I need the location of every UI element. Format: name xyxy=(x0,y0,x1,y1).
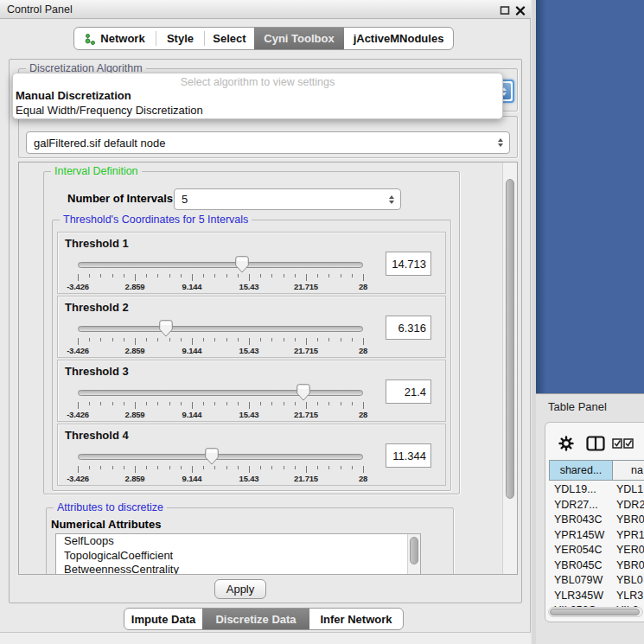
table-cell-name[interactable]: YBL0 xyxy=(616,574,643,586)
table-container: shared... na YDL19...YDL1YDR27...YDR2YBR… xyxy=(545,422,644,622)
slider-tick xyxy=(226,274,227,277)
slider-tick-label: 2.859 xyxy=(113,474,156,483)
column-header-shared-name[interactable]: shared... xyxy=(549,460,613,481)
slider-tick-label: -3.426 xyxy=(56,282,99,291)
table-cell-shared-name[interactable]: YDL19... xyxy=(554,483,596,495)
threshold-value-field[interactable] xyxy=(386,316,431,340)
number-of-intervals-value: 5 xyxy=(182,193,188,206)
slider-tick-label: 21.715 xyxy=(284,474,328,483)
gear-icon[interactable] xyxy=(558,436,574,451)
slider-tick-label: 21.715 xyxy=(284,410,328,419)
threshold-slider[interactable]: -3.4262.8599.14415.4321.71528 xyxy=(78,449,363,483)
table-cell-name[interactable]: YDR2 xyxy=(616,499,644,511)
number-of-intervals-combobox[interactable]: 5 xyxy=(174,188,401,210)
tab-jactivemnodules[interactable]: jActiveMNodules xyxy=(344,28,453,49)
table-cell-name[interactable]: YBR0 xyxy=(616,513,644,526)
slider-handle[interactable] xyxy=(296,384,310,401)
table-hscrollbar[interactable] xyxy=(548,607,643,617)
tab-impute-data[interactable]: Impute Data xyxy=(124,609,202,629)
slider-tick xyxy=(78,274,79,281)
table-hscrollbar-thumb[interactable] xyxy=(550,609,640,615)
numerical-attributes-list[interactable]: SelfLoopsTopologicalCoefficientBetweenne… xyxy=(55,533,421,575)
slider-tick xyxy=(363,402,364,409)
table-cell-name[interactable]: YLR3 xyxy=(616,590,643,602)
slider-track[interactable] xyxy=(78,326,363,332)
slider-tick xyxy=(100,402,101,405)
apply-button[interactable]: Apply xyxy=(214,579,266,599)
slider-tick xyxy=(260,274,261,277)
slider-tick xyxy=(192,338,193,345)
slider-tick xyxy=(100,274,101,277)
slider-track[interactable] xyxy=(78,390,363,396)
threshold-value-field[interactable] xyxy=(386,379,431,404)
spinner-arrows-icon[interactable] xyxy=(389,195,394,204)
tab-select[interactable]: Select xyxy=(205,28,254,49)
table-cell-name[interactable]: YPR1 xyxy=(616,529,644,541)
table-cell-shared-name[interactable]: YDR27... xyxy=(554,499,598,511)
slider-handle[interactable] xyxy=(205,448,219,465)
threshold-value-field[interactable] xyxy=(386,252,431,276)
table-cell-shared-name[interactable]: YLR345W xyxy=(554,590,603,602)
list-scrollbar-thumb[interactable] xyxy=(410,537,418,564)
popup-hint: Select algorithm to view settings xyxy=(13,73,502,88)
close-icon[interactable] xyxy=(515,5,526,16)
slider-tick xyxy=(363,274,364,281)
float-window-icon[interactable] xyxy=(500,5,510,16)
slider-tick xyxy=(284,466,284,469)
list-scrollbar[interactable] xyxy=(407,534,420,575)
table-cell-shared-name[interactable]: YPR145W xyxy=(554,529,604,541)
table-data-combobox[interactable]: galFiltered.sif default node xyxy=(26,131,510,154)
number-of-intervals-label: Number of Intervals xyxy=(67,192,173,205)
table-cell-shared-name[interactable]: YBR045C xyxy=(554,559,603,571)
slider-tick xyxy=(157,274,158,277)
slider-handle[interactable] xyxy=(159,320,173,337)
tab-infer-network[interactable]: Infer Network xyxy=(309,609,403,629)
threshold-slider[interactable]: -3.4262.8599.14415.4321.71528 xyxy=(78,257,363,291)
slider-tick-label: -3.426 xyxy=(56,410,99,419)
settings-scrollbar-thumb[interactable] xyxy=(506,179,514,499)
slider-tick xyxy=(124,466,124,469)
tab-network-label: Network xyxy=(100,32,144,45)
slider-tick xyxy=(363,466,364,473)
slider-tick xyxy=(271,338,272,341)
slider-tick xyxy=(284,274,284,277)
settings-scrollbar[interactable] xyxy=(502,163,517,574)
slider-handle[interactable] xyxy=(235,256,249,273)
tab-network[interactable]: Network xyxy=(74,28,156,49)
slider-tick xyxy=(328,402,329,405)
slider-tick-label: 28 xyxy=(341,410,385,419)
popup-option-manual[interactable]: Manual Discretization xyxy=(13,88,502,103)
column-header-name[interactable]: na xyxy=(612,460,644,481)
attribute-list-item[interactable]: BetweennessCentrality xyxy=(56,563,420,575)
table-cell-shared-name[interactable]: YBR043C xyxy=(554,513,603,526)
threshold-value-field[interactable] xyxy=(386,443,431,468)
slider-tick xyxy=(203,338,204,341)
table-cell-name[interactable]: YER0 xyxy=(616,544,644,556)
table-cell-name[interactable]: YDL1 xyxy=(616,483,643,495)
threshold-panel: Threshold 1-3.4262.8599.14415.4321.71528 xyxy=(57,232,446,294)
slider-track[interactable] xyxy=(78,262,363,268)
threshold-slider[interactable]: -3.4262.8599.14415.4321.71528 xyxy=(78,321,363,355)
threshold-slider[interactable]: -3.4262.8599.14415.4321.71528 xyxy=(78,385,363,419)
table-cell-name[interactable]: YBR0 xyxy=(616,559,644,571)
slider-tick xyxy=(352,402,353,405)
slider-tick xyxy=(181,402,182,405)
split-columns-icon[interactable] xyxy=(586,436,605,451)
attribute-list-item[interactable]: SelfLoops xyxy=(56,534,420,549)
panel-title: Control Panel xyxy=(7,3,73,16)
slider-track[interactable] xyxy=(78,454,363,460)
tab-style[interactable]: Style xyxy=(156,28,204,49)
slider-tick-label: -3.426 xyxy=(56,474,99,483)
slider-tick xyxy=(124,274,124,277)
checkboxes-icon[interactable] xyxy=(612,438,634,449)
tab-discretize-data[interactable]: Discretize Data xyxy=(202,609,309,629)
table-cell-shared-name[interactable]: YBL079W xyxy=(554,574,603,586)
tab-cyni-toolbox-label: Cyni Toolbox xyxy=(264,32,334,45)
tab-cyni-toolbox[interactable]: Cyni Toolbox xyxy=(254,28,344,49)
threshold-label: Threshold 2 xyxy=(65,301,129,314)
spinner-arrows-icon[interactable] xyxy=(498,138,503,147)
popup-option-equal-width[interactable]: Equal Width/Frequency Discretization xyxy=(13,103,502,118)
table-cell-shared-name[interactable]: YER054C xyxy=(554,544,603,556)
attribute-list-item[interactable]: TopologicalCoefficient xyxy=(56,549,420,564)
slider-tick xyxy=(192,402,193,409)
